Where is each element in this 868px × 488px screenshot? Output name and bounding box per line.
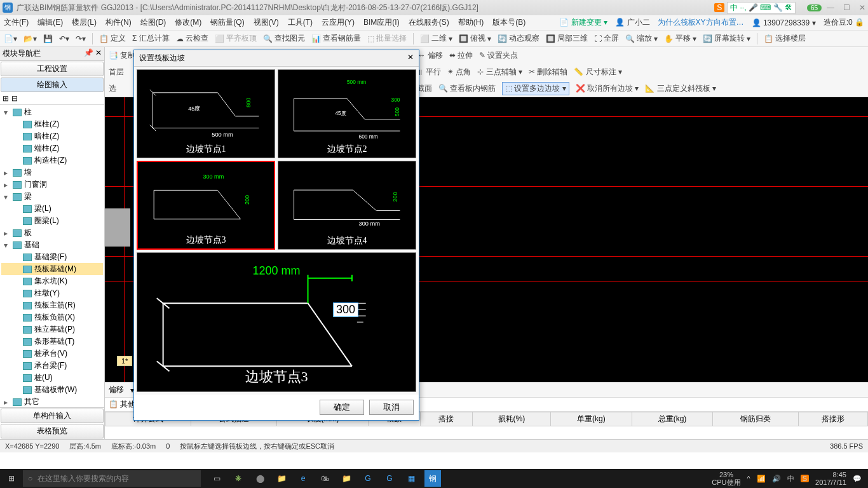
- summary-button[interactable]: Σ 汇总计算: [132, 33, 170, 44]
- ime-bar[interactable]: S 中 ··, 🎤 ⌨ 🔧 🛠: [714, 2, 796, 14]
- menu-edit[interactable]: 编辑(E): [37, 17, 63, 28]
- minimize-icon[interactable]: —: [827, 3, 834, 12]
- tree-node[interactable]: ▸门窗洞: [1, 179, 103, 191]
- menu-floor[interactable]: 楼层(L): [72, 17, 97, 28]
- local-3d-button[interactable]: 🔲 局部三维: [546, 33, 588, 44]
- define-button[interactable]: 📋 定义: [99, 33, 126, 44]
- menu-bim[interactable]: BIM应用(I): [363, 17, 400, 28]
- single-component-button[interactable]: 单构件输入: [1, 409, 104, 423]
- parallel-button[interactable]: ⫼ 平行: [416, 67, 441, 78]
- tree-node[interactable]: 独立基础(P): [1, 323, 103, 336]
- offset-button[interactable]: ↔ 偏移: [417, 50, 442, 61]
- tray-up-icon[interactable]: ^: [747, 475, 750, 482]
- task-app5[interactable]: ▦: [403, 470, 419, 487]
- tree-node[interactable]: 筏板主筋(R): [1, 299, 103, 311]
- tree-node[interactable]: 筏板基础(M): [1, 263, 103, 275]
- find-element-button[interactable]: 🔍 查找图元: [263, 33, 305, 44]
- menu-online[interactable]: 在线服务(S): [409, 17, 449, 28]
- first-floor[interactable]: 首层: [109, 67, 124, 78]
- cancel-slopes-button[interactable]: ❌ 取消所有边坡 ▾: [576, 83, 639, 94]
- tray-vol-icon[interactable]: 🔊: [772, 475, 781, 483]
- collapse-icon[interactable]: ⊟: [11, 94, 18, 103]
- task-folder[interactable]: 📁: [338, 470, 355, 487]
- point-angle-button[interactable]: ✴ 点角: [447, 67, 471, 78]
- cost[interactable]: 造价豆:0 🔒: [824, 17, 864, 28]
- new-change-button[interactable]: 📄 新建变更 ▾: [559, 17, 607, 28]
- score-badge[interactable]: 65: [807, 4, 822, 11]
- batch-select-button[interactable]: ⬚ 批量选择: [367, 33, 407, 44]
- tip-link[interactable]: 为什么筏板XY方向布置…: [658, 17, 744, 28]
- set-multi-slope-button[interactable]: ⬚ 设置多边边坡 ▾: [502, 82, 569, 95]
- tree-node[interactable]: 集水坑(K): [1, 275, 103, 287]
- menu-file[interactable]: 文件(F): [4, 17, 29, 28]
- menu-help[interactable]: 帮助(H): [458, 17, 484, 28]
- three-point-aux-button[interactable]: ⊹ 三点辅轴 ▾: [477, 67, 522, 78]
- ime-text[interactable]: 中 ··, 🎤 ⌨ 🔧 🛠: [727, 2, 796, 14]
- open-icon[interactable]: 📂▾: [24, 34, 37, 43]
- 2d-button[interactable]: ⬜ 二维 ▾: [420, 33, 452, 44]
- tree-node[interactable]: 构造柱(Z): [1, 154, 103, 166]
- menu-version[interactable]: 版本号(B): [492, 17, 526, 28]
- close-icon[interactable]: ✕: [859, 3, 865, 12]
- menu-draw[interactable]: 绘图(D): [140, 17, 166, 28]
- maximize-icon[interactable]: ☐: [843, 3, 850, 12]
- undo-icon[interactable]: ↶▾: [59, 34, 69, 43]
- flat-top-button[interactable]: ⬜ 平齐板顶: [215, 33, 257, 44]
- slope-option-4[interactable]: 300 mm 200 边坡节点4: [278, 161, 416, 250]
- rotate-button[interactable]: 🔄 屏幕旋转 ▾: [703, 33, 750, 44]
- panel-pin-icon[interactable]: 📌 ✕: [84, 48, 102, 59]
- task-view-icon[interactable]: ▭: [208, 470, 225, 487]
- tree-node[interactable]: 桩承台(V): [1, 348, 103, 360]
- notifications-icon[interactable]: 💬: [853, 475, 862, 483]
- tree-node[interactable]: 梁(L): [1, 203, 103, 215]
- tree-node[interactable]: 筏板负筋(X): [1, 311, 103, 323]
- new-icon[interactable]: 📄▾: [4, 34, 17, 43]
- zoom-button[interactable]: 🔍 缩放 ▾: [625, 33, 658, 44]
- task-store[interactable]: 🛍: [316, 470, 333, 487]
- tray-sogou-icon[interactable]: S: [801, 475, 809, 482]
- view-inner-rebar-button[interactable]: 🔍 查看板内钢筋: [438, 83, 496, 94]
- component-tree[interactable]: ▾柱框柱(Z)暗柱(Z)端柱(Z)构造柱(Z)▸墙▸门窗洞▾梁梁(L)圈梁(L)…: [0, 105, 104, 407]
- expand-icon[interactable]: ⊞: [3, 94, 9, 103]
- tree-node[interactable]: ▾梁: [1, 191, 103, 203]
- dynamic-view-button[interactable]: 🔄 动态观察: [498, 33, 539, 44]
- start-button[interactable]: ⊞: [0, 469, 23, 488]
- table-preview-button[interactable]: 表格预览: [1, 424, 104, 438]
- tree-node[interactable]: 圈梁(L): [1, 215, 103, 227]
- slope-option-3[interactable]: 300 mm 200 边坡节点3: [137, 161, 275, 250]
- menu-cloud[interactable]: 云应用(Y): [322, 17, 355, 28]
- pan-button[interactable]: ✋ 平移 ▾: [664, 33, 696, 44]
- dialog-close-icon[interactable]: ✕: [407, 53, 414, 64]
- menu-component[interactable]: 构件(N): [105, 17, 132, 28]
- tree-node[interactable]: 端柱(Z): [1, 142, 103, 154]
- view-rebar-button[interactable]: 📊 查看钢筋量: [311, 33, 361, 44]
- tree-node[interactable]: ▾基础: [1, 239, 103, 251]
- row-marker[interactable]: 1*: [117, 356, 132, 366]
- draw-input-button[interactable]: 绘图输入: [1, 78, 104, 92]
- tray-ime-icon[interactable]: 中: [787, 474, 794, 484]
- menu-view[interactable]: 视图(V): [254, 17, 279, 28]
- task-app1[interactable]: ❋: [230, 470, 247, 487]
- menu-modify[interactable]: 修改(M): [175, 17, 201, 28]
- phone[interactable]: 👤 13907298339 ▾: [752, 18, 816, 27]
- project-settings-button[interactable]: 工程设置: [1, 62, 104, 76]
- three-point-slab-button[interactable]: 📐 三点定义斜筏板 ▾: [645, 83, 716, 94]
- copy-button[interactable]: 📑 复制: [109, 50, 135, 61]
- search-box[interactable]: ○ 在这里输入你要搜索的内容: [23, 470, 201, 487]
- task-edge[interactable]: e: [295, 470, 311, 487]
- tree-node[interactable]: ▾柱: [1, 106, 103, 118]
- tree-node[interactable]: 桩(U): [1, 372, 103, 384]
- tree-node[interactable]: ▸板: [1, 227, 103, 239]
- tree-node[interactable]: 基础梁(F): [1, 251, 103, 263]
- save-icon[interactable]: 💾: [43, 34, 53, 43]
- tree-node[interactable]: 承台梁(F): [1, 360, 103, 372]
- tree-node[interactable]: 暗柱(Z): [1, 130, 103, 142]
- task-app4[interactable]: G: [381, 470, 398, 487]
- select-floor-button[interactable]: 📋 选择楼层: [764, 33, 806, 44]
- tree-node[interactable]: ▸墙: [1, 166, 103, 179]
- tree-node[interactable]: 柱墩(Y): [1, 287, 103, 299]
- slope-option-1[interactable]: 45度 800 500 mm 边坡节点1: [137, 69, 275, 158]
- task-explorer[interactable]: 📁: [273, 470, 290, 487]
- preview-dim-height[interactable]: 300: [333, 302, 358, 317]
- grip-button[interactable]: ✎ 设置夹点: [479, 50, 518, 61]
